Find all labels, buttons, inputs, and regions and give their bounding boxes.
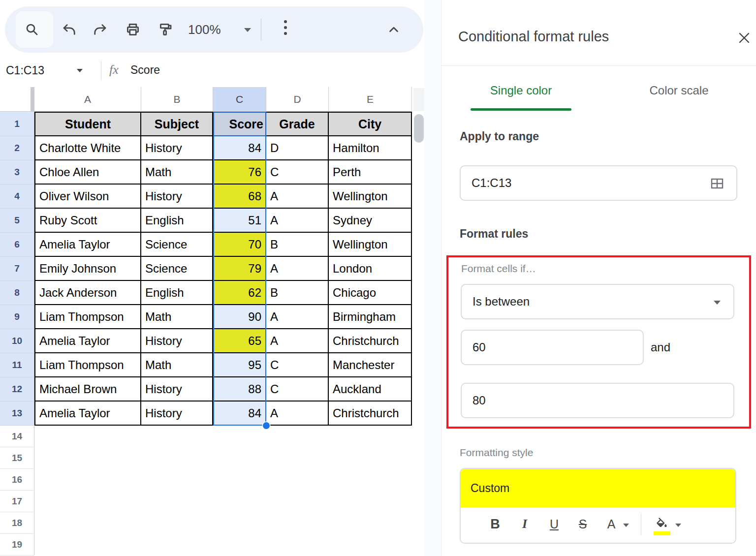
row-header-2[interactable]: 2 xyxy=(0,136,34,160)
row-header-19[interactable]: 19 xyxy=(0,534,34,556)
search-icon[interactable] xyxy=(25,22,39,37)
fill-color-caret-icon[interactable] xyxy=(675,524,681,527)
cell[interactable]: A xyxy=(266,185,329,209)
condition-dropdown[interactable]: Is between xyxy=(461,284,734,319)
cell[interactable]: Liam Thompson xyxy=(34,305,141,329)
select-data-range-icon[interactable] xyxy=(710,176,724,191)
cell[interactable]: Birmingham xyxy=(329,305,412,329)
zoom-dropdown-caret-icon[interactable] xyxy=(244,28,251,32)
cell[interactable]: 51 xyxy=(213,209,266,233)
cell[interactable]: Science xyxy=(141,257,213,281)
paint-format-icon[interactable] xyxy=(158,22,173,37)
cell[interactable]: 84 xyxy=(213,402,266,426)
cell[interactable]: History xyxy=(141,402,213,426)
cell[interactable]: Math xyxy=(141,160,213,185)
cell[interactable]: Subject xyxy=(141,112,213,136)
cell[interactable]: 68 xyxy=(213,185,266,209)
min-value-input[interactable]: 60 xyxy=(461,330,644,365)
print-icon[interactable] xyxy=(126,22,140,37)
text-color-button[interactable]: A xyxy=(601,508,621,540)
cell[interactable]: 84 xyxy=(213,136,266,160)
cell[interactable]: Amelia Taylor xyxy=(34,402,141,426)
formula-input[interactable]: Score xyxy=(130,54,160,86)
cell[interactable]: Oliver Wilson xyxy=(34,185,141,209)
tab-color-scale[interactable]: Color scale xyxy=(629,84,729,97)
cell[interactable]: C xyxy=(266,377,329,402)
row-header-6[interactable]: 6 xyxy=(0,233,34,257)
cell[interactable]: A xyxy=(266,402,329,426)
column-header-C[interactable]: C xyxy=(213,87,266,112)
cell[interactable]: Chicago xyxy=(329,281,412,305)
cell[interactable]: Jack Anderson xyxy=(34,281,141,305)
more-options-icon[interactable] xyxy=(284,20,287,35)
cell[interactable]: Wellington xyxy=(329,185,412,209)
row-header-14[interactable]: 14 xyxy=(0,426,34,447)
row-header-7[interactable]: 7 xyxy=(0,257,34,281)
collapse-toolbar-icon[interactable] xyxy=(386,22,401,37)
cell[interactable]: B xyxy=(266,233,329,257)
cell[interactable]: English xyxy=(141,209,213,233)
strikethrough-button[interactable]: S xyxy=(573,508,593,540)
bold-button[interactable]: B xyxy=(485,508,505,540)
cell[interactable]: History xyxy=(141,329,213,353)
row-header-11[interactable]: 11 xyxy=(0,353,34,377)
cell[interactable]: Amelia Taylor xyxy=(34,233,141,257)
close-icon[interactable] xyxy=(737,31,752,45)
column-header-E[interactable]: E xyxy=(329,87,412,112)
row-header-5[interactable]: 5 xyxy=(0,209,34,233)
row-header-8[interactable]: 8 xyxy=(0,281,34,305)
cell[interactable]: Chloe Allen xyxy=(34,160,141,185)
cell[interactable]: Ruby Scott xyxy=(34,209,141,233)
cell[interactable]: Liam Thompson xyxy=(34,353,141,377)
cell[interactable]: Sydney xyxy=(329,209,412,233)
max-value-input[interactable]: 80 xyxy=(461,383,734,418)
cell[interactable]: 62 xyxy=(213,281,266,305)
column-header-D[interactable]: D xyxy=(266,87,329,112)
cell[interactable]: Math xyxy=(141,353,213,377)
cell[interactable]: 76 xyxy=(213,160,266,185)
fill-handle[interactable] xyxy=(263,422,270,429)
cell[interactable]: Score xyxy=(213,112,266,136)
name-box[interactable]: C1:C13 xyxy=(6,54,44,87)
cell[interactable]: English xyxy=(141,281,213,305)
cell[interactable]: Christchurch xyxy=(329,329,412,353)
cell[interactable]: History xyxy=(141,136,213,160)
redo-icon[interactable] xyxy=(93,22,108,37)
zoom-level[interactable]: 100% xyxy=(188,6,221,53)
cell[interactable]: Amelia Taylor xyxy=(34,329,141,353)
cell[interactable]: Science xyxy=(141,233,213,257)
cell[interactable]: Wellington xyxy=(329,233,412,257)
cell[interactable]: Perth xyxy=(329,160,412,185)
name-box-caret-icon[interactable] xyxy=(77,69,83,72)
cell[interactable]: Christchurch xyxy=(329,402,412,426)
cell[interactable]: Math xyxy=(141,305,213,329)
row-header-16[interactable]: 16 xyxy=(0,469,34,491)
row-header-12[interactable]: 12 xyxy=(0,377,34,402)
row-header-13[interactable]: 13 xyxy=(0,402,34,426)
row-header-9[interactable]: 9 xyxy=(0,305,34,329)
cell[interactable]: A xyxy=(266,305,329,329)
cell[interactable]: Student xyxy=(34,112,141,136)
column-header-B[interactable]: B xyxy=(141,87,213,112)
row-header-17[interactable]: 17 xyxy=(0,491,34,512)
row-header-4[interactable]: 4 xyxy=(0,185,34,209)
cell[interactable]: 65 xyxy=(213,329,266,353)
cell[interactable]: 70 xyxy=(213,233,266,257)
tab-single-color[interactable]: Single color xyxy=(471,84,571,97)
underline-button[interactable]: U xyxy=(544,508,564,540)
cell[interactable]: 90 xyxy=(213,305,266,329)
row-header-18[interactable]: 18 xyxy=(0,512,34,534)
cell[interactable]: C xyxy=(266,160,329,185)
apply-range-input[interactable]: C1:C13 xyxy=(460,165,737,201)
cell[interactable]: 79 xyxy=(213,257,266,281)
cell[interactable]: A xyxy=(266,209,329,233)
row-header-1[interactable]: 1 xyxy=(0,112,34,136)
cell[interactable]: Emily Johnson xyxy=(34,257,141,281)
cell[interactable]: C xyxy=(266,353,329,377)
cell[interactable]: 95 xyxy=(213,353,266,377)
undo-icon[interactable] xyxy=(62,22,76,37)
row-header-3[interactable]: 3 xyxy=(0,160,34,185)
cell[interactable]: 88 xyxy=(213,377,266,402)
cell[interactable]: Manchester xyxy=(329,353,412,377)
column-header-A[interactable]: A xyxy=(34,87,141,112)
